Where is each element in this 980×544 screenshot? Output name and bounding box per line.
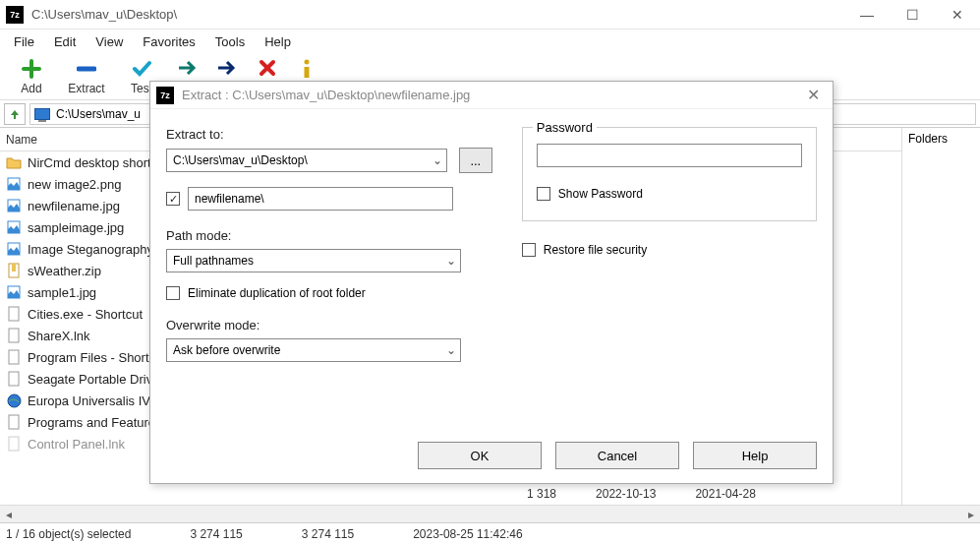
file-name: new image2.png	[28, 177, 121, 192]
path-mode-label: Path mode:	[166, 228, 492, 243]
menu-help[interactable]: Help	[257, 32, 299, 51]
subfolder-input[interactable]: newfilename\	[188, 187, 453, 211]
chevron-down-icon: ⌄	[442, 254, 460, 268]
image-icon	[6, 284, 22, 300]
x-icon	[259, 59, 276, 77]
file-name: Seagate Portable Drive	[28, 372, 159, 387]
cancel-button[interactable]: Cancel	[555, 442, 679, 469]
menu-edit[interactable]: Edit	[46, 32, 84, 51]
add-button[interactable]: Add	[6, 55, 57, 98]
extract-to-value: C:\Users\mav_u\Desktop\	[173, 153, 308, 167]
restore-security-checkbox[interactable]	[522, 243, 536, 257]
file-icon	[6, 436, 22, 452]
file-name: Cities.exe - Shortcut	[28, 307, 143, 322]
image-icon	[6, 219, 22, 235]
status-date: 2023-08-25 11:42:46	[413, 527, 522, 541]
minus-icon	[77, 58, 96, 80]
window-titlebar: 7z C:\Users\mav_u\Desktop\ — ☐ ✕	[0, 0, 980, 30]
svg-rect-10	[9, 329, 19, 342]
up-button[interactable]	[4, 103, 26, 125]
svg-rect-12	[9, 372, 19, 386]
file-name: Europa Universalis IV	[28, 393, 150, 408]
maximize-button[interactable]: ☐	[890, 0, 935, 30]
extract-dialog: 7z Extract : C:\Users\mav_u\Desktop\newf…	[149, 81, 834, 484]
folders-pane: Folders	[901, 128, 980, 522]
file-name: ShareX.lnk	[28, 329, 90, 343]
menu-view[interactable]: View	[87, 32, 131, 51]
file-name: Control Panel.lnk	[28, 437, 125, 452]
image-icon	[6, 198, 22, 213]
globe-icon	[6, 393, 22, 408]
svg-rect-1	[305, 67, 310, 78]
minimize-button[interactable]: —	[844, 0, 890, 30]
extract-to-combo[interactable]: C:\Users\mav_u\Desktop\ ⌄	[166, 149, 447, 172]
overwrite-combo[interactable]: Ask before overwrite ⌄	[166, 338, 461, 362]
path-mode-value: Full pathnames	[173, 254, 254, 268]
image-icon	[6, 241, 22, 257]
column-name[interactable]: Name	[6, 133, 37, 147]
file-name: sWeather.zip	[28, 264, 101, 278]
menu-favorites[interactable]: Favorites	[135, 32, 202, 51]
detail-size: 1 318	[527, 487, 556, 505]
password-label: Password	[533, 120, 597, 135]
dialog-title: Extract : C:\Users\mav_u\Desktop\newfile…	[182, 88, 470, 102]
dialog-app-icon: 7z	[156, 87, 174, 104]
computer-icon	[34, 108, 50, 120]
eliminate-checkbox[interactable]	[166, 286, 180, 300]
menu-file[interactable]: File	[6, 32, 42, 51]
extract-button[interactable]: Extract	[61, 55, 112, 98]
plus-icon	[22, 58, 41, 80]
menubar: File Edit View Favorites Tools Help	[0, 30, 980, 53]
restore-security-label: Restore file security	[544, 243, 647, 257]
path-mode-combo[interactable]: Full pathnames ⌄	[166, 249, 461, 272]
svg-rect-14	[9, 415, 19, 429]
up-arrow-icon	[9, 108, 21, 120]
status-size1: 3 274 115	[190, 527, 242, 541]
menu-tools[interactable]: Tools	[207, 32, 253, 51]
status-selected: 1 / 16 object(s) selected	[6, 527, 131, 541]
file-name: sample1.jpg	[28, 285, 96, 300]
subfolder-checkbox[interactable]: ✓	[166, 192, 180, 206]
detail-date1: 2022-10-13	[596, 487, 656, 505]
window-title: C:\Users\mav_u\Desktop\	[31, 7, 177, 22]
help-button[interactable]: Help	[693, 442, 817, 469]
dialog-close-button[interactable]: ✕	[793, 82, 833, 109]
svg-rect-9	[9, 307, 19, 321]
status-size2: 3 274 115	[302, 527, 354, 541]
close-button[interactable]: ✕	[935, 0, 980, 30]
scroll-right-button[interactable]: ▸	[962, 506, 980, 522]
folders-label: Folders	[908, 132, 948, 146]
chevron-down-icon: ⌄	[429, 153, 446, 167]
show-password-checkbox[interactable]	[537, 187, 550, 201]
zip-icon	[6, 263, 22, 278]
image-icon	[6, 176, 22, 192]
extract-to-label: Extract to:	[166, 127, 492, 142]
file-name: sampleimage.jpg	[28, 220, 124, 235]
eliminate-label: Eliminate duplication of root folder	[188, 286, 366, 300]
overwrite-value: Ask before overwrite	[173, 343, 280, 357]
file-icon	[6, 349, 22, 365]
svg-rect-7	[12, 264, 16, 272]
extract-label: Extract	[68, 82, 104, 95]
detail-date2: 2021-04-28	[695, 487, 755, 505]
file-name: Programs and Features	[28, 415, 162, 430]
ok-button[interactable]: OK	[418, 442, 542, 469]
file-name: newfilename.jpg	[28, 199, 120, 213]
file-icon	[6, 306, 22, 322]
arrow-right-icon	[177, 59, 201, 77]
svg-rect-11	[9, 350, 19, 364]
folder-icon	[6, 154, 22, 170]
add-label: Add	[21, 82, 41, 95]
scroll-left-button[interactable]: ◂	[0, 506, 18, 522]
check-icon	[132, 58, 151, 80]
password-input[interactable]	[537, 144, 802, 167]
file-icon	[6, 371, 22, 387]
horizontal-scrollbar[interactable]: ◂ ▸	[0, 505, 980, 522]
info-icon	[301, 59, 313, 79]
status-bar: 1 / 16 object(s) selected 3 274 115 3 27…	[0, 522, 980, 544]
file-icon	[6, 328, 22, 343]
browse-button[interactable]: ...	[459, 148, 492, 173]
dialog-titlebar: 7z Extract : C:\Users\mav_u\Desktop\newf…	[150, 82, 833, 109]
file-name: Program Files - Shortcut	[28, 350, 166, 365]
scroll-track[interactable]	[18, 506, 962, 522]
